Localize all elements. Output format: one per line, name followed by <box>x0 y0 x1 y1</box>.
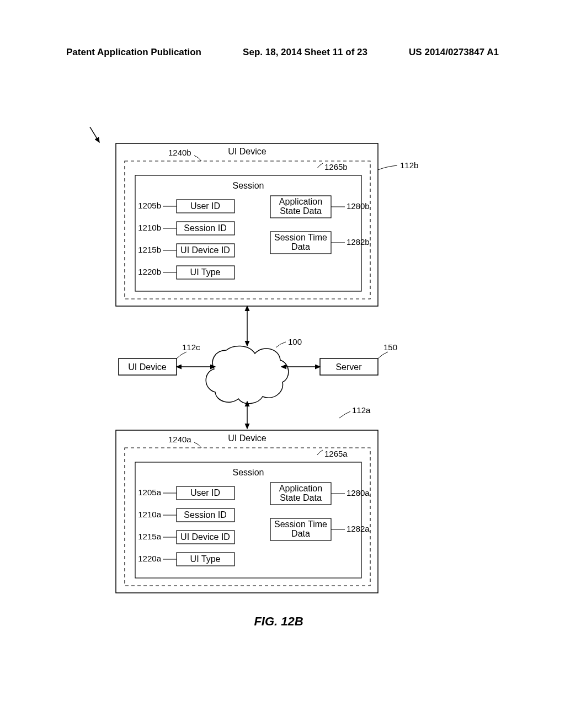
top-session-label: Session <box>233 181 264 190</box>
bottom-device-title: UI Device <box>228 433 266 443</box>
bottom-session-time-ref: 1282a <box>347 524 370 533</box>
top-ui-type: UI Type <box>190 267 221 277</box>
ui-device-c-label: UI Device <box>128 362 166 372</box>
bottom-user-id: User ID <box>190 488 220 497</box>
top-app-state-ref: 1280b <box>347 201 370 211</box>
header-left: Patent Application Publication <box>66 47 201 58</box>
header: Patent Application Publication Sep. 18, … <box>66 47 499 58</box>
bottom-app-state-ref: 1280a <box>347 488 370 497</box>
top-user-id-ref: 1205b <box>138 201 161 210</box>
bottom-session-id-ref: 1210a <box>138 510 161 519</box>
server-ref: 150 <box>383 342 397 352</box>
bottom-ui-type: UI Type <box>190 554 221 564</box>
bottom-ui-device-id-ref: 1215a <box>138 532 161 541</box>
top-ui-device-id-ref: 1215b <box>138 245 161 254</box>
bottom-session-id: Session ID <box>184 510 226 520</box>
bottom-session-time-1: Session Time <box>274 520 327 529</box>
top-device-title: UI Device <box>228 147 266 156</box>
figure: 1200b UI Device 112b 1240b 1265b Session… <box>72 127 486 601</box>
diagram-svg: 1200b UI Device 112b 1240b 1265b Session… <box>72 127 486 601</box>
cloud-icon <box>206 346 289 403</box>
top-session-id: Session ID <box>184 223 226 233</box>
top-ui-device-id: UI Device ID <box>180 245 230 255</box>
top-app-state-2: State Data <box>280 206 322 216</box>
top-session-time-1: Session Time <box>274 233 327 242</box>
top-session-time-2: Data <box>291 242 310 251</box>
bottom-ui-device-id: UI Device ID <box>180 532 230 542</box>
cloud-ref: 100 <box>288 337 302 346</box>
server-label: Server <box>335 362 362 372</box>
bottom-device-ref: 112a <box>352 405 371 415</box>
bottom-app-state-2: State Data <box>280 493 322 502</box>
page: Patent Application Publication Sep. 18, … <box>0 0 565 728</box>
figure-caption: FIG. 12B <box>254 614 303 629</box>
bottom-app-state-1: Application <box>279 484 322 493</box>
top-ui-type-ref: 1220b <box>138 267 161 276</box>
top-device-ref: 112b <box>400 160 418 170</box>
top-session-id-ref: 1210b <box>138 223 161 232</box>
bottom-session-ref: 1240a <box>168 435 191 444</box>
top-session-time-ref: 1282b <box>347 237 370 247</box>
bottom-session-box <box>135 462 361 578</box>
header-center: Sep. 18, 2014 Sheet 11 of 23 <box>243 47 367 58</box>
top-user-id: User ID <box>190 201 220 211</box>
bottom-ui-type-ref: 1220a <box>138 554 161 563</box>
top-session-box-ref: 1265b <box>324 162 348 172</box>
top-session-ref: 1240b <box>168 148 191 157</box>
bottom-user-id-ref: 1205a <box>138 488 161 497</box>
bottom-session-time-2: Data <box>291 529 310 538</box>
header-right: US 2014/0273847 A1 <box>409 47 499 58</box>
svg-line-2 <box>87 127 99 142</box>
ui-device-c-ref: 112c <box>182 342 200 352</box>
bottom-session-label: Session <box>233 468 264 477</box>
top-app-state-1: Application <box>279 197 322 206</box>
bottom-session-box-ref: 1265a <box>324 449 348 458</box>
top-session-box <box>135 175 361 291</box>
